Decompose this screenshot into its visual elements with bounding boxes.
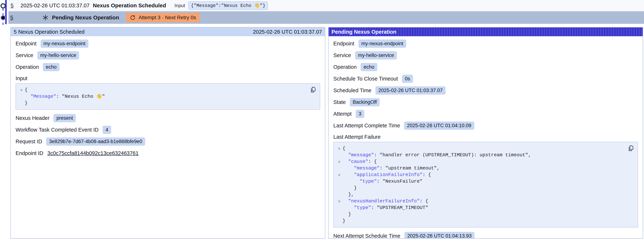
field-label: State xyxy=(333,99,346,105)
field-label: Service xyxy=(333,52,351,58)
field-value-chip: 2025-02-26 UTC 01:04:13.93 xyxy=(404,232,474,238)
event-row-pending-selected[interactable]: 5 Pending Nexus Operation Attempt 3 · Ne… xyxy=(8,11,644,24)
field-label: Endpoint xyxy=(16,41,36,47)
pending-operation-panel: Pending Nexus Operation Endpointmy-nexus… xyxy=(328,27,643,239)
json-key: "nexusHandlerFailureInfo" xyxy=(348,198,420,204)
field-label: Last Attempt Complete Time xyxy=(333,122,400,129)
event-row-scheduled[interactable]: 5 2025-02-26 UTC 01:03:37.07 Nexus Opera… xyxy=(8,0,644,11)
code-line: } xyxy=(18,100,309,106)
field-value-chip: 2025-02-26 UTC 01:04:10.09 xyxy=(404,122,474,130)
field-value-chip: my-hello-service xyxy=(37,51,79,60)
collapse-chevron-icon[interactable]: v xyxy=(336,172,342,178)
field-label: Operation xyxy=(333,64,356,70)
code-text: } xyxy=(342,211,351,218)
field-label: Endpoint xyxy=(333,41,354,47)
detail-row: Attempt3 xyxy=(333,108,638,120)
event-id-link[interactable]: 5 xyxy=(10,2,19,8)
json-code-block: v{ "Message": "Nexus Echo 👋"} xyxy=(16,83,320,110)
copy-icon[interactable] xyxy=(627,145,634,152)
json-key: "message" xyxy=(348,152,374,158)
field-value-chip: my-hello-service xyxy=(355,51,397,60)
detail-row: StateBackingOff xyxy=(333,96,638,108)
event-id-link[interactable]: 5 xyxy=(10,15,19,21)
code-line: } xyxy=(336,185,626,191)
field-value-link[interactable]: 3c0c75ccfa8144b092c13ce632463761 xyxy=(48,150,138,156)
detail-row: Servicemy-hello-service xyxy=(333,50,638,61)
detail-row: Nexus Headerpresent xyxy=(16,112,320,124)
field-value-chip: present xyxy=(54,114,76,122)
field-value-chip: 0s xyxy=(402,75,413,83)
scheduled-panel-body: Endpointmy-nexus-endpointServicemy-hello… xyxy=(11,36,325,238)
detail-row: Servicemy-hello-service xyxy=(16,50,320,61)
gutter-spacer xyxy=(336,204,342,211)
gutter-spacer xyxy=(336,211,342,218)
code-text: "applicationFailureInfo": { xyxy=(342,172,431,178)
code-line: v "nexusHandlerFailureInfo": { xyxy=(336,198,626,204)
attempt-retry-badge: Attempt 3 · Next Retry 0s xyxy=(126,13,200,22)
copy-icon[interactable] xyxy=(310,86,316,93)
field-label: Schedule To Close Timeout xyxy=(333,76,398,82)
code-text: } xyxy=(342,218,346,224)
scheduled-event-panel: 5 Nexus Operation Scheduled 2025-02-26 U… xyxy=(10,27,325,239)
code-text: }, xyxy=(342,191,354,198)
field-label: Last Attempt Failure xyxy=(333,134,638,140)
timeline-node-pending[interactable] xyxy=(0,15,6,20)
code-text: "nexusHandlerFailureInfo": { xyxy=(342,198,428,204)
code-line: v{ xyxy=(18,86,309,93)
collapse-chevron-icon[interactable]: v xyxy=(336,198,342,204)
field-label: Workflow Task Completed Event ID xyxy=(16,127,98,133)
field-label: Operation xyxy=(16,64,39,70)
json-key: "type" xyxy=(360,178,377,184)
json-key: "cause" xyxy=(348,159,368,164)
scheduled-panel-title: 5 Nexus Operation Scheduled xyxy=(14,29,84,35)
detail-row: Operationecho xyxy=(16,61,320,73)
code-text: "type": "NexusFailure" xyxy=(342,178,422,185)
collapse-chevron-icon[interactable]: v xyxy=(18,86,25,93)
field-label: Next Attempt Schedule Time xyxy=(333,233,400,238)
collapse-chevron-icon[interactable]: v xyxy=(336,158,342,165)
collapse-chevron-icon[interactable]: v xyxy=(336,145,342,152)
timeline-node-scheduled[interactable] xyxy=(0,3,6,8)
field-value-chip: my-nexus-endpoint xyxy=(358,40,406,48)
field-label: Nexus Header xyxy=(16,115,50,121)
code-text: "type": "UPSTREAM_TIMEOUT" xyxy=(342,204,428,211)
detail-row: Workflow Task Completed Event ID4 xyxy=(16,124,320,136)
code-line: v "applicationFailureInfo": { xyxy=(336,172,626,178)
code-line: } xyxy=(336,218,626,224)
field-value-chip: echo xyxy=(43,63,60,71)
event-timestamp: 2025-02-26 UTC 01:03:37.07 xyxy=(20,2,90,8)
code-line: v{ xyxy=(336,145,626,152)
event-history-rows: 5 2025-02-26 UTC 01:03:37.07 Nexus Opera… xyxy=(8,0,644,24)
field-label: Service xyxy=(16,52,33,58)
detail-row: Last Attempt Complete Time2025-02-26 UTC… xyxy=(333,120,638,132)
code-line: }, xyxy=(336,191,626,198)
asterisk-icon xyxy=(42,14,49,21)
json-key: "Message" xyxy=(30,94,56,99)
attempt-badge-label: Attempt 3 · Next Retry 0s xyxy=(138,15,196,20)
input-preview-chip[interactable]: {"Message":"Nexus Echo 👋"} xyxy=(188,2,268,10)
code-text: { xyxy=(25,86,28,93)
field-label: Input xyxy=(16,76,320,82)
gutter-spacer xyxy=(336,152,342,158)
field-value-chip: 3 xyxy=(356,110,364,118)
field-label: Request ID xyxy=(16,138,42,144)
detail-row: Endpointmy-nexus-endpoint xyxy=(16,38,320,50)
json-key: "type" xyxy=(354,205,371,210)
gutter-spacer xyxy=(336,191,342,198)
field-value-chip: 4 xyxy=(102,126,111,134)
code-line: } xyxy=(336,211,626,218)
gutter-spacer xyxy=(18,93,25,100)
detail-row: Endpointmy-nexus-endpoint xyxy=(333,38,638,50)
gutter-spacer xyxy=(336,185,342,191)
json-code-block: v{ "message": "handler error (UPSTREAM_T… xyxy=(333,142,638,228)
event-detail-panels: 5 Nexus Operation Scheduled 2025-02-26 U… xyxy=(10,27,643,239)
detail-row: Scheduled Time2025-02-26 UTC 01:03:37.07 xyxy=(333,84,638,96)
code-line: v "cause": { xyxy=(336,158,626,165)
code-line: "message": "handler error (UPSTREAM_TIME… xyxy=(336,152,626,158)
code-text: "message": "handler error (UPSTREAM_TIME… xyxy=(342,152,531,158)
event-title: Pending Nexus Operation xyxy=(52,14,119,21)
pending-panel-header: Pending Nexus Operation xyxy=(328,28,643,36)
json-key: "message" xyxy=(354,166,380,171)
detail-row: Next Attempt Schedule Time2025-02-26 UTC… xyxy=(333,230,638,238)
field-label: Endpoint ID xyxy=(16,150,44,156)
